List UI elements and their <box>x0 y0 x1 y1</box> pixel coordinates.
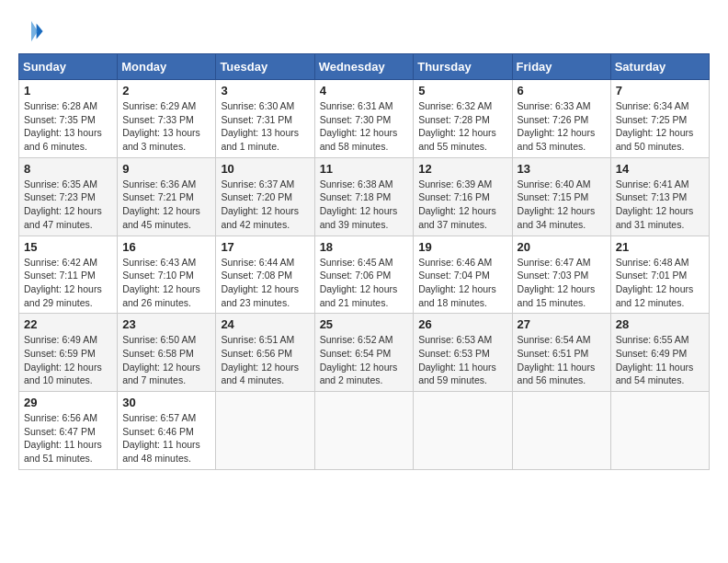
day-cell: 11Sunrise: 6:38 AMSunset: 7:18 PMDayligh… <box>314 157 414 236</box>
day-number: 11 <box>320 162 409 176</box>
week-row-1: 1Sunrise: 6:28 AMSunset: 7:35 PMDaylight… <box>19 80 710 158</box>
day-number: 7 <box>616 84 704 98</box>
day-number: 8 <box>24 162 112 176</box>
day-cell: 17Sunrise: 6:44 AMSunset: 7:08 PMDayligh… <box>216 236 314 314</box>
day-cell: 7Sunrise: 6:34 AMSunset: 7:25 PMDaylight… <box>610 80 709 158</box>
day-cell: 13Sunrise: 6:40 AMSunset: 7:15 PMDayligh… <box>512 157 610 236</box>
day-number: 20 <box>518 240 606 254</box>
day-info: Sunrise: 6:37 AMSunset: 7:20 PMDaylight:… <box>221 178 309 232</box>
day-info: Sunrise: 6:48 AMSunset: 7:01 PMDaylight:… <box>616 256 704 310</box>
day-cell: 19Sunrise: 6:46 AMSunset: 7:04 PMDayligh… <box>414 236 512 314</box>
day-cell <box>414 392 512 470</box>
day-number: 10 <box>221 162 309 176</box>
day-info: Sunrise: 6:45 AMSunset: 7:06 PMDaylight:… <box>320 256 409 310</box>
day-info: Sunrise: 6:52 AMSunset: 6:54 PMDaylight:… <box>320 333 409 387</box>
day-info: Sunrise: 6:28 AMSunset: 7:35 PMDaylight:… <box>24 99 112 154</box>
week-row-2: 8Sunrise: 6:35 AMSunset: 7:23 PMDaylight… <box>19 157 710 236</box>
day-number: 21 <box>616 240 704 254</box>
day-number: 30 <box>122 396 210 409</box>
day-number: 27 <box>518 317 606 331</box>
day-info: Sunrise: 6:33 AMSunset: 7:26 PMDaylight:… <box>518 99 606 154</box>
day-info: Sunrise: 6:53 AMSunset: 6:53 PMDaylight:… <box>418 333 506 387</box>
logo <box>18 18 48 44</box>
day-number: 16 <box>122 240 210 254</box>
day-cell: 22Sunrise: 6:49 AMSunset: 6:59 PMDayligh… <box>19 314 118 392</box>
day-info: Sunrise: 6:57 AMSunset: 6:46 PMDaylight:… <box>122 411 210 465</box>
day-cell <box>314 392 414 470</box>
day-cell <box>512 392 610 470</box>
day-cell: 25Sunrise: 6:52 AMSunset: 6:54 PMDayligh… <box>314 314 414 392</box>
week-row-5: 29Sunrise: 6:56 AMSunset: 6:47 PMDayligh… <box>19 392 710 470</box>
day-info: Sunrise: 6:32 AMSunset: 7:28 PMDaylight:… <box>418 99 506 154</box>
day-number: 4 <box>320 84 409 98</box>
day-cell: 30Sunrise: 6:57 AMSunset: 6:46 PMDayligh… <box>118 392 216 470</box>
day-info: Sunrise: 6:36 AMSunset: 7:21 PMDaylight:… <box>122 178 210 232</box>
day-cell: 5Sunrise: 6:32 AMSunset: 7:28 PMDaylight… <box>414 80 512 158</box>
day-info: Sunrise: 6:31 AMSunset: 7:30 PMDaylight:… <box>320 99 409 154</box>
day-number: 12 <box>418 162 506 176</box>
day-number: 17 <box>221 240 309 254</box>
page-header <box>18 18 710 44</box>
day-cell: 27Sunrise: 6:54 AMSunset: 6:51 PMDayligh… <box>512 314 610 392</box>
calendar-table: SundayMondayTuesdayWednesdayThursdayFrid… <box>18 53 710 470</box>
day-cell: 18Sunrise: 6:45 AMSunset: 7:06 PMDayligh… <box>314 236 414 314</box>
day-number: 28 <box>616 317 704 331</box>
logo-icon <box>18 18 44 44</box>
day-number: 29 <box>24 396 112 409</box>
day-number: 26 <box>418 317 506 331</box>
day-info: Sunrise: 6:42 AMSunset: 7:11 PMDaylight:… <box>24 256 112 310</box>
day-info: Sunrise: 6:54 AMSunset: 6:51 PMDaylight:… <box>518 333 606 387</box>
day-cell: 6Sunrise: 6:33 AMSunset: 7:26 PMDaylight… <box>512 80 610 158</box>
day-cell: 24Sunrise: 6:51 AMSunset: 6:56 PMDayligh… <box>216 314 314 392</box>
day-cell: 12Sunrise: 6:39 AMSunset: 7:16 PMDayligh… <box>414 157 512 236</box>
day-cell: 9Sunrise: 6:36 AMSunset: 7:21 PMDaylight… <box>118 157 216 236</box>
day-cell: 20Sunrise: 6:47 AMSunset: 7:03 PMDayligh… <box>512 236 610 314</box>
day-info: Sunrise: 6:29 AMSunset: 7:33 PMDaylight:… <box>122 99 210 154</box>
day-number: 5 <box>418 84 506 98</box>
day-number: 9 <box>122 162 210 176</box>
day-cell: 8Sunrise: 6:35 AMSunset: 7:23 PMDaylight… <box>19 157 118 236</box>
week-row-3: 15Sunrise: 6:42 AMSunset: 7:11 PMDayligh… <box>19 236 710 314</box>
day-info: Sunrise: 6:56 AMSunset: 6:47 PMDaylight:… <box>24 411 112 465</box>
day-cell: 29Sunrise: 6:56 AMSunset: 6:47 PMDayligh… <box>19 392 118 470</box>
day-number: 23 <box>122 317 210 331</box>
day-info: Sunrise: 6:39 AMSunset: 7:16 PMDaylight:… <box>418 178 506 232</box>
day-number: 2 <box>122 84 210 98</box>
day-cell <box>610 392 709 470</box>
day-info: Sunrise: 6:40 AMSunset: 7:15 PMDaylight:… <box>518 178 606 232</box>
day-number: 24 <box>221 317 309 331</box>
day-cell: 21Sunrise: 6:48 AMSunset: 7:01 PMDayligh… <box>610 236 709 314</box>
day-number: 19 <box>418 240 506 254</box>
day-cell <box>216 392 314 470</box>
day-info: Sunrise: 6:44 AMSunset: 7:08 PMDaylight:… <box>221 256 309 310</box>
day-cell: 15Sunrise: 6:42 AMSunset: 7:11 PMDayligh… <box>19 236 118 314</box>
day-number: 15 <box>24 240 112 254</box>
header-saturday: Saturday <box>610 54 709 80</box>
day-cell: 10Sunrise: 6:37 AMSunset: 7:20 PMDayligh… <box>216 157 314 236</box>
day-cell: 23Sunrise: 6:50 AMSunset: 6:58 PMDayligh… <box>118 314 216 392</box>
day-number: 3 <box>221 84 309 98</box>
week-row-4: 22Sunrise: 6:49 AMSunset: 6:59 PMDayligh… <box>19 314 710 392</box>
day-number: 6 <box>518 84 606 98</box>
header-monday: Monday <box>118 54 216 80</box>
day-number: 18 <box>320 240 409 254</box>
day-cell: 4Sunrise: 6:31 AMSunset: 7:30 PMDaylight… <box>314 80 414 158</box>
day-info: Sunrise: 6:51 AMSunset: 6:56 PMDaylight:… <box>221 333 309 387</box>
day-cell: 14Sunrise: 6:41 AMSunset: 7:13 PMDayligh… <box>610 157 709 236</box>
day-info: Sunrise: 6:55 AMSunset: 6:49 PMDaylight:… <box>616 333 704 387</box>
header-row: SundayMondayTuesdayWednesdayThursdayFrid… <box>19 54 710 80</box>
day-number: 14 <box>616 162 704 176</box>
day-number: 22 <box>24 317 112 331</box>
day-cell: 16Sunrise: 6:43 AMSunset: 7:10 PMDayligh… <box>118 236 216 314</box>
day-info: Sunrise: 6:30 AMSunset: 7:31 PMDaylight:… <box>221 99 309 154</box>
day-info: Sunrise: 6:47 AMSunset: 7:03 PMDaylight:… <box>518 256 606 310</box>
day-cell: 2Sunrise: 6:29 AMSunset: 7:33 PMDaylight… <box>118 80 216 158</box>
day-info: Sunrise: 6:34 AMSunset: 7:25 PMDaylight:… <box>616 99 704 154</box>
day-info: Sunrise: 6:41 AMSunset: 7:13 PMDaylight:… <box>616 178 704 232</box>
day-cell: 1Sunrise: 6:28 AMSunset: 7:35 PMDaylight… <box>19 80 118 158</box>
day-number: 25 <box>320 317 409 331</box>
day-info: Sunrise: 6:38 AMSunset: 7:18 PMDaylight:… <box>320 178 409 232</box>
day-number: 13 <box>518 162 606 176</box>
header-wednesday: Wednesday <box>314 54 414 80</box>
day-info: Sunrise: 6:49 AMSunset: 6:59 PMDaylight:… <box>24 333 112 387</box>
